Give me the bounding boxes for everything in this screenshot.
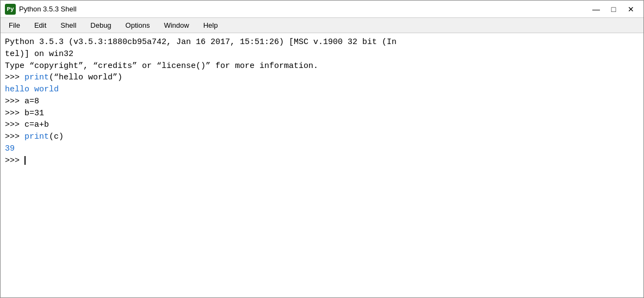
line-cmd-2: >>> a=8: [5, 96, 639, 108]
menu-debug[interactable]: Debug: [84, 20, 117, 31]
minimize-button[interactable]: —: [588, 3, 604, 15]
window-title: Python 3.5.3 Shell: [19, 5, 77, 13]
menu-edit[interactable]: Edit: [28, 20, 52, 31]
line-out-2: 39: [5, 143, 639, 155]
line-cmd-1: >>> print(“hello world”): [5, 72, 639, 84]
title-bar-left: Py Python 3.5.3 Shell: [5, 4, 77, 15]
line-out-1: hello world: [5, 84, 639, 96]
menu-file[interactable]: File: [3, 20, 26, 31]
line-info-2: tel)] on win32: [5, 48, 639, 60]
line-info-3: Type “copyright”, “credits” or “license(…: [5, 60, 639, 72]
terminal-output[interactable]: Python 3.5.3 (v3.5.3:1880cb95a742, Jan 1…: [1, 33, 643, 297]
maximize-button[interactable]: □: [605, 3, 622, 15]
menu-options[interactable]: Options: [120, 20, 156, 31]
line-cmd-3: >>> b=31: [5, 108, 639, 120]
python-shell-window: Py Python 3.5.3 Shell — □ ✕ File Edit Sh…: [0, 0, 644, 298]
line-cmd-5: >>> print(c): [5, 131, 639, 143]
line-info-1: Python 3.5.3 (v3.5.3:1880cb95a742, Jan 1…: [5, 36, 639, 48]
menu-window[interactable]: Window: [158, 20, 195, 31]
line-prompt-active[interactable]: >>>: [5, 155, 639, 167]
line-cmd-4: >>> c=a+b: [5, 119, 639, 131]
cursor: [24, 156, 26, 165]
app-icon: Py: [5, 4, 16, 15]
menu-bar: File Edit Shell Debug Options Window Hel…: [1, 18, 643, 33]
window-controls: — □ ✕: [588, 3, 639, 15]
menu-help[interactable]: Help: [197, 20, 224, 31]
menu-shell[interactable]: Shell: [54, 20, 82, 31]
close-button[interactable]: ✕: [623, 3, 639, 15]
title-bar: Py Python 3.5.3 Shell — □ ✕: [1, 1, 643, 18]
